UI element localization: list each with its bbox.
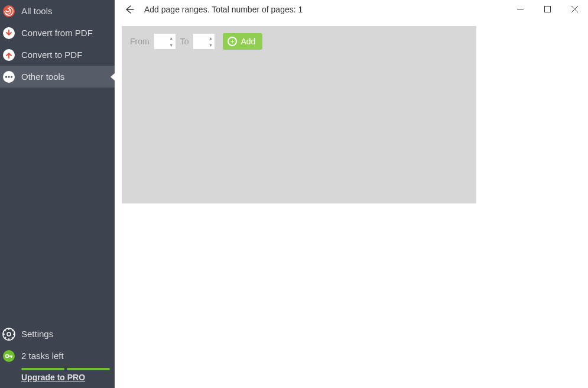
page-title: Add page ranges. Total number of pages: … [144, 5, 303, 14]
close-icon [571, 6, 578, 12]
svg-line-13 [5, 330, 6, 331]
sidebar-item-all-tools[interactable]: All tools [0, 0, 115, 22]
to-label: To [180, 37, 189, 46]
sidebar: All tools Convert from PDF Convert to PD… [0, 0, 115, 388]
minimize-icon [517, 6, 524, 12]
sidebar-item-convert-to-pdf[interactable]: Convert to PDF [0, 44, 115, 66]
arrow-down-circle-icon [2, 27, 15, 40]
settings-label: Settings [21, 329, 53, 339]
main-area: Add page ranges. Total number of pages: … [115, 0, 588, 388]
key-circle-icon [2, 350, 15, 363]
sidebar-footer: Settings 2 tasks left Upgrade to PRO [0, 323, 115, 388]
add-button[interactable]: + Add [223, 33, 262, 50]
svg-line-16 [12, 330, 13, 331]
close-button[interactable] [561, 0, 588, 18]
sidebar-item-tasks-left[interactable]: 2 tasks left [0, 345, 115, 367]
sidebar-item-label: All tools [21, 6, 53, 16]
minimize-button[interactable] [506, 0, 534, 18]
sidebar-nav: All tools Convert from PDF Convert to PD… [0, 0, 115, 323]
add-button-label: Add [241, 37, 255, 46]
sidebar-item-label: Convert to PDF [21, 50, 82, 60]
upgrade-link[interactable]: Upgrade to PRO [0, 373, 115, 382]
sidebar-item-convert-from-pdf[interactable]: Convert from PDF [0, 22, 115, 44]
sidebar-item-other-tools[interactable]: Other tools [0, 66, 115, 88]
spiral-icon [2, 5, 15, 18]
arrow-left-icon [124, 4, 134, 15]
to-spin-down[interactable]: ▼ [207, 41, 214, 48]
window-controls [506, 0, 588, 18]
svg-line-14 [12, 337, 13, 338]
svg-point-6 [11, 76, 12, 77]
from-spin-down[interactable]: ▼ [168, 41, 175, 48]
to-spin-up[interactable]: ▲ [207, 34, 214, 41]
maximize-button[interactable] [534, 0, 561, 18]
svg-point-4 [5, 76, 7, 77]
progress-segment [67, 368, 110, 370]
to-spin-buttons: ▲ ▼ [207, 34, 214, 48]
tasks-progress [0, 367, 115, 373]
sidebar-item-label: Other tools [21, 72, 64, 82]
arrow-up-circle-icon [2, 48, 15, 62]
sidebar-item-settings[interactable]: Settings [0, 323, 115, 345]
range-row: From ▲ ▼ To ▲ ▼ + Add [130, 33, 468, 50]
dots-circle-icon [2, 70, 15, 83]
svg-rect-22 [544, 6, 550, 12]
maximize-icon [544, 6, 551, 12]
progress-segment [21, 368, 64, 370]
plus-circle-icon: + [228, 37, 237, 46]
svg-point-8 [7, 332, 11, 336]
sidebar-item-label: Convert from PDF [21, 28, 93, 38]
from-spin-up[interactable]: ▲ [168, 34, 175, 41]
back-button[interactable] [122, 2, 136, 17]
svg-point-5 [8, 76, 9, 77]
from-spin-buttons: ▲ ▼ [168, 34, 175, 48]
page-range-panel: From ▲ ▼ To ▲ ▼ + Add [122, 26, 476, 203]
from-spinner: ▲ ▼ [154, 34, 176, 49]
from-label: From [130, 37, 150, 46]
svg-line-15 [5, 337, 6, 338]
to-spinner: ▲ ▼ [193, 34, 215, 49]
tasks-left-label: 2 tasks left [21, 351, 64, 361]
gear-icon [2, 328, 15, 341]
